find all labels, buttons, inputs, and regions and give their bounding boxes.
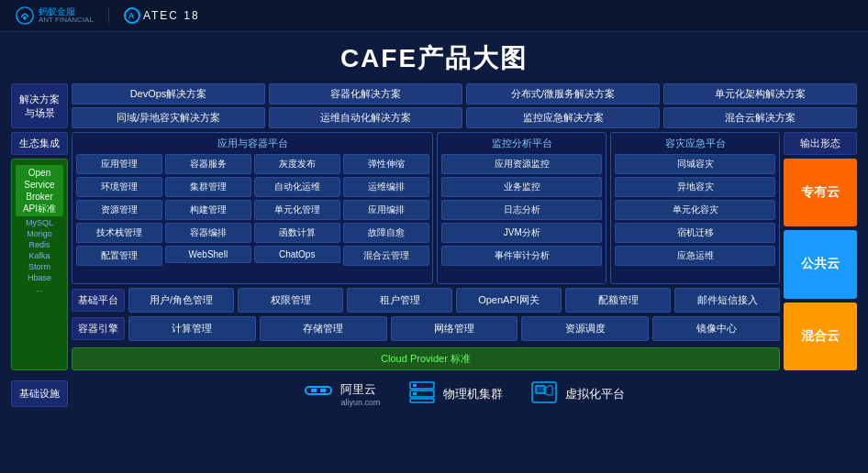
app-cell-34[interactable]: 函数计算 [254,223,340,243]
sol-ops[interactable]: 运维自动化解决方案 [269,107,462,128]
output-public-btn[interactable]: 公共云 [784,230,857,298]
svg-rect-9 [413,392,417,395]
disaster-cell-4[interactable]: 宿机迁移 [615,223,775,243]
engine-cell-3[interactable]: 网络管理 [391,316,518,341]
monitor-cell-5[interactable]: 事件审计分析 [441,246,602,266]
engine-cell-5[interactable]: 镜像中心 [652,316,780,341]
app-cell-13[interactable]: 资源管理 [76,200,162,220]
app-cell-11[interactable]: 应用管理 [76,154,162,174]
app-platform: 应用与容器平台 应用管理 环境管理 资源管理 技术栈管理 配置管理 容器服务 集… [72,132,433,284]
base-cell-2[interactable]: 权限管理 [238,288,343,313]
monitor-cell-1[interactable]: 应用资源监控 [441,154,602,174]
sol-devops[interactable]: DevOps解决方案 [72,83,265,104]
app-cell-44[interactable]: 故障自愈 [343,223,429,243]
sol-hybrid[interactable]: 混合云解决方案 [663,107,857,128]
disaster-platform-title: 容灾应急平台 [615,137,775,150]
app-cell-24[interactable]: 容器编排 [165,223,251,243]
platform-row: 应用与容器平台 应用管理 环境管理 资源管理 技术栈管理 配置管理 容器服务 集… [72,132,780,284]
svg-rect-7 [410,399,434,402]
disaster-cell-5[interactable]: 应急运维 [615,246,775,266]
container-engine-cells: 计算管理 存储管理 网络管理 资源调度 镜像中心 [128,316,780,341]
base-cell-6[interactable]: 邮件短信接入 [674,288,780,313]
base-platform-label: 基础平台 [72,289,125,312]
center-area: 应用与容器平台 应用管理 环境管理 资源管理 技术栈管理 配置管理 容器服务 集… [72,132,780,370]
engine-cell-2[interactable]: 存储管理 [260,316,387,341]
base-platform-cells: 用户/角色管理 权限管理 租户管理 OpenAPI网关 配额管理 邮件短信接入 [128,288,780,313]
solutions-row2: 同域/异地容灾解决方案 运维自动化解决方案 监控应急解决方案 混合云解决方案 [72,107,857,128]
svg-rect-8 [413,384,417,387]
eco-kafka: Kafka [16,251,63,260]
sol-monitor[interactable]: 监控应急解决方案 [466,107,660,128]
base-cell-4[interactable]: OpenAPI网关 [456,288,562,313]
app-cell-35[interactable]: ChatOps [254,246,340,263]
svg-rect-2 [306,387,331,394]
eco-more: ... [16,284,63,293]
app-cell-14[interactable]: 技术栈管理 [76,223,162,243]
svg-rect-4 [320,389,326,392]
ant-financial-sub: ANT FINANCIAL [39,16,94,25]
provider-aliyun: 阿里云 aliyun.com [304,380,380,408]
monitor-cell-2[interactable]: 业务监控 [441,177,602,197]
disaster-cell-1[interactable]: 同城容灾 [615,154,775,174]
monitor-cell-3[interactable]: 日志分析 [441,200,602,220]
app-cell-31[interactable]: 灰度发布 [254,154,340,174]
logo-divider [108,6,109,25]
engine-cell-4[interactable]: 资源调度 [521,316,649,341]
main-area: 生态集成 OpenServiceBrokerAPI标准 MySQL Mongo … [11,132,857,370]
output-area: 输出形态 专有云 公共云 混合云 [784,132,857,370]
sol-container[interactable]: 容器化解决方案 [269,83,462,104]
engine-cell-1[interactable]: 计算管理 [128,316,256,341]
eco-hbase: Hbase [16,273,63,282]
cloud-provider-bar: Cloud Provider 标准 [72,347,780,370]
disaster-cell-3[interactable]: 单元化容灾 [615,200,775,220]
app-cell-23[interactable]: 构建管理 [165,200,251,220]
app-cell-12[interactable]: 环境管理 [76,177,162,197]
svg-rect-3 [311,389,317,392]
monitor-cell-4[interactable]: JVM分析 [441,223,602,243]
disaster-cell-2[interactable]: 异地容灾 [615,177,775,197]
physical-icon [408,380,436,407]
monitor-platform: 监控分析平台 应用资源监控 业务监控 日志分析 JVM分析 事件审计分析 [437,132,606,284]
provider-physical: 物理机集群 [408,380,503,407]
aliyun-name: 阿里云 [340,381,380,398]
app-cell-22[interactable]: 集群管理 [165,177,251,197]
header-bar: 蚂蚁金服 ANT FINANCIAL A ATEC 18 [0,0,868,32]
monitor-col: 应用资源监控 业务监控 日志分析 JVM分析 事件审计分析 [441,154,602,266]
app-platform-title: 应用与容器平台 [76,137,428,150]
app-platform-grid: 应用管理 环境管理 资源管理 技术栈管理 配置管理 容器服务 集群管理 构建管理… [76,154,428,266]
output-label: 输出形态 [784,132,857,155]
app-cell-43[interactable]: 应用编排 [343,200,429,220]
sol-disaster[interactable]: 同域/异地容灾解决方案 [72,107,265,128]
cloud-providers: 阿里云 aliyun.com 物理机集群 [72,374,857,413]
solutions-items: DevOps解决方案 容器化解决方案 分布式/微服务解决方案 单元化架构解决方案… [72,83,857,128]
infra-label: 基础设施 [11,380,68,407]
base-cell-1[interactable]: 用户/角色管理 [128,288,234,313]
eco-redis: Redis [16,240,63,249]
app-cell-32[interactable]: 自动化运维 [254,177,340,197]
aliyun-sub: aliyun.com [340,398,380,407]
app-cell-21[interactable]: 容器服务 [165,154,251,174]
container-engine-label: 容器引擎 [72,317,125,340]
app-col-1: 应用管理 环境管理 资源管理 技术栈管理 配置管理 [76,154,162,266]
sol-microservice[interactable]: 分布式/微服务解决方案 [466,83,660,104]
eco-label: 生态集成 [11,132,68,155]
base-cell-5[interactable]: 配额管理 [565,288,671,313]
app-cell-15[interactable]: 配置管理 [76,246,162,266]
app-cell-25[interactable]: WebShell [165,246,251,263]
base-cell-3[interactable]: 租户管理 [347,288,452,313]
output-hybrid-btn[interactable]: 混合云 [784,302,857,370]
logo-ant: 蚂蚁金服 ANT FINANCIAL [15,6,94,26]
app-cell-33[interactable]: 单元化管理 [254,200,340,220]
app-cell-45[interactable]: 混合云管理 [343,246,429,266]
output-private-btn[interactable]: 专有云 [784,159,857,226]
app-cell-42[interactable]: 运维编排 [343,177,429,197]
bottom-area: 基础设施 阿里云 aliyun.com [11,374,857,413]
eco-mysql: MySQL [16,218,63,227]
eco-box: OpenServiceBrokerAPI标准 MySQL Mongo Redis… [11,159,68,370]
left-sidebar: 生态集成 OpenServiceBrokerAPI标准 MySQL Mongo … [11,132,68,370]
sol-unit[interactable]: 单元化架构解决方案 [663,83,857,104]
app-cell-41[interactable]: 弹性伸缩 [343,154,429,174]
base-platform-row: 基础平台 用户/角色管理 权限管理 租户管理 OpenAPI网关 配额管理 邮件… [72,288,780,313]
provider-virtual: 虚拟化平台 [530,380,625,407]
atec-label: ATEC 18 [143,9,200,22]
